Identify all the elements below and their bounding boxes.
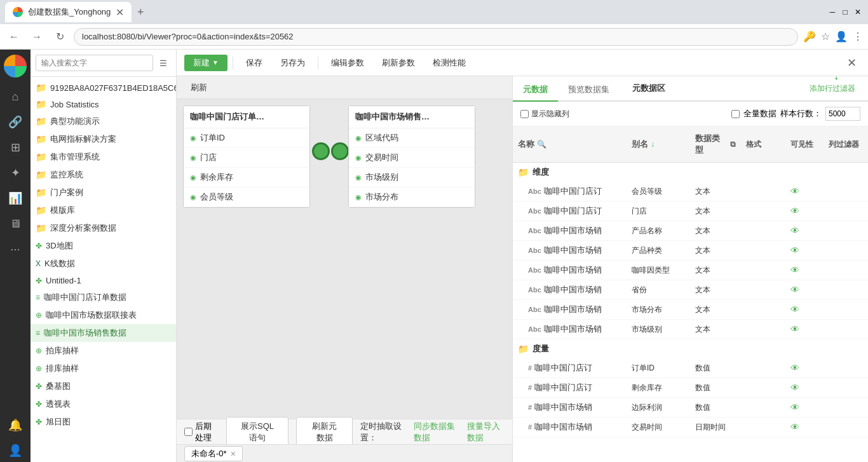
tree-item-monitor[interactable]: 📁 监控系统	[31, 166, 176, 184]
back-btn[interactable]: ←	[5, 28, 23, 46]
cell-alias[interactable]: 省份	[627, 280, 690, 299]
show-hidden-col-check[interactable]	[520, 110, 529, 118]
tree-item-template[interactable]: 📁 模版库	[31, 201, 176, 219]
tree-item-job-stats[interactable]: 📁 Job Statistics	[31, 96, 176, 112]
th-sort-icon[interactable]: ↓	[651, 140, 654, 149]
save-as-btn[interactable]: 另存为	[273, 55, 313, 71]
address-input[interactable]	[74, 28, 798, 46]
cell-visible[interactable]: 👁	[785, 280, 824, 299]
post-process-checkbox[interactable]: 后期处理	[184, 421, 219, 444]
tree-item-sampling1[interactable]: ⊕ 拍库抽样	[31, 342, 176, 360]
tab-close-btn[interactable]: ✕	[116, 6, 124, 18]
eye-icon[interactable]: 👁	[790, 304, 799, 315]
cell-visible[interactable]: 👁	[785, 300, 824, 319]
tree-item-sampling2[interactable]: ⊕ 排库抽样	[31, 360, 176, 377]
eye-icon[interactable]: 👁	[790, 206, 799, 216]
cell-alias[interactable]: 交易时间	[627, 418, 690, 437]
eye-icon[interactable]: 👁	[790, 402, 799, 412]
cell-visible[interactable]: 👁	[785, 221, 824, 240]
new-tab-btn[interactable]: +	[132, 3, 149, 21]
tree-item-electricity[interactable]: 📁 电网指标解决方案	[31, 130, 176, 148]
sidebar-bell-icon[interactable]: 🔔	[4, 414, 27, 437]
save-btn[interactable]: 保存	[238, 55, 270, 71]
cell-alias[interactable]: 剩余库存	[627, 378, 690, 397]
sidebar-user-icon[interactable]: 👤	[4, 439, 27, 462]
cell-alias[interactable]: 门店	[627, 201, 690, 221]
th-search-icon[interactable]: 🔍	[537, 140, 546, 149]
refresh-params-btn[interactable]: 刷新参数	[374, 55, 423, 71]
menu-icon[interactable]: ⋮	[853, 31, 863, 43]
cell-alias[interactable]: 咖啡因类型	[627, 261, 690, 280]
tab-chip[interactable]: 未命名-0* ×	[184, 446, 243, 461]
tree-item-benchmark[interactable]: ✤ 桑基图	[31, 377, 176, 395]
tree-item-cafe-sales[interactable]: ≡ 咖啡中国市场销售数据	[31, 324, 176, 342]
account-icon[interactable]: 👤	[835, 31, 848, 43]
sidebar-grid-icon[interactable]: ⊞	[4, 136, 27, 159]
join-circle-right[interactable]	[331, 142, 349, 160]
tree-item-cluster[interactable]: 📁 集市管理系统	[31, 148, 176, 166]
eye-icon[interactable]: 👁	[790, 324, 799, 334]
cell-visible[interactable]: 👁	[785, 261, 824, 280]
sidebar-home-icon[interactable]: ⌂	[4, 85, 27, 108]
tree-item-folder1[interactable]: 📁 9192BA8A027F6371B4ED18A5C6	[31, 79, 176, 96]
tree-item-portal[interactable]: 📁 门户案例	[31, 184, 176, 201]
refresh-meta-btn[interactable]: 刷新元数据	[296, 417, 353, 447]
tree-item-deep[interactable]: 📁 深度分析案例数据	[31, 219, 176, 237]
toolbar-close-btn[interactable]: ✕	[843, 54, 860, 72]
canvas-body[interactable]: 咖啡中国门店订单… ◉ 订单ID ◉ 门店 ◉ 剩余库存	[177, 99, 512, 419]
post-process-check[interactable]	[184, 428, 193, 436]
restore-btn[interactable]: □	[840, 7, 850, 17]
tree-item-map3d[interactable]: ✤ 3D地图	[31, 237, 176, 255]
cell-alias[interactable]: 市场分布	[627, 300, 690, 319]
eye-icon[interactable]: 👁	[790, 186, 799, 196]
sync-data-link[interactable]: 同步数据集数据	[414, 421, 457, 444]
tree-item-cafe-orders[interactable]: ≡ 咖啡中国门店订单数据	[31, 289, 176, 306]
all-data-check[interactable]	[731, 110, 740, 118]
new-btn[interactable]: 新建 ▼	[184, 55, 227, 71]
eye-icon[interactable]: 👁	[790, 383, 799, 393]
cell-visible[interactable]: 👁	[785, 418, 824, 437]
star-icon[interactable]: ☆	[821, 31, 830, 43]
sidebar-more-icon[interactable]: ···	[4, 238, 27, 261]
edit-params-btn[interactable]: 编辑参数	[323, 55, 372, 71]
cell-visible[interactable]: 👁	[785, 398, 824, 417]
sidebar-link-icon[interactable]: 🔗	[4, 111, 27, 133]
search-input[interactable]	[36, 55, 153, 71]
tab-metadata[interactable]: 元数据	[513, 79, 558, 102]
eye-icon[interactable]: 👁	[790, 265, 799, 275]
table-node-1[interactable]: 咖啡中国门店订单… ◉ 订单ID ◉ 门店 ◉ 剩余库存	[183, 105, 310, 208]
add-filter-btn[interactable]: 添加行过滤器	[810, 84, 855, 93]
sidebar-chart-icon[interactable]: 📊	[4, 187, 27, 210]
cell-alias[interactable]: 市场级别	[627, 320, 690, 339]
cell-alias[interactable]: 产品名称	[627, 221, 690, 240]
cell-visible[interactable]: 👁	[785, 320, 824, 339]
eye-icon[interactable]: 👁	[790, 226, 799, 236]
tree-item-kline[interactable]: X K线数据	[31, 255, 176, 273]
tree-item-cafe-join[interactable]: ⊕ 咖啡中国市场数据联接表	[31, 306, 176, 324]
sidebar-star-icon[interactable]: ✦	[4, 161, 27, 184]
eye-icon[interactable]: 👁	[790, 285, 799, 295]
tree-item-sunrise[interactable]: ✤ 旭日图	[31, 413, 176, 431]
manual-import-link[interactable]: 搜量导入数据	[467, 421, 505, 444]
cell-alias[interactable]: 会员等级	[627, 182, 690, 201]
tab-preview[interactable]: 预览数据集	[558, 79, 620, 102]
tree-item-transpose[interactable]: ✤ 透视表	[31, 395, 176, 413]
cell-visible[interactable]: 👁	[785, 201, 824, 221]
browser-tab[interactable]: 创建数据集_Yonghong ✕	[5, 2, 132, 22]
eye-icon[interactable]: 👁	[790, 245, 799, 255]
eye-icon[interactable]: 👁	[790, 422, 799, 432]
cell-visible[interactable]: 👁	[785, 241, 824, 260]
tree-item-untitled[interactable]: ✤ Untitled-1	[31, 273, 176, 289]
minimize-btn[interactable]: ─	[827, 7, 837, 17]
cell-visible[interactable]: 👁	[785, 182, 824, 201]
forward-btn[interactable]: →	[28, 28, 46, 46]
cell-visible[interactable]: 👁	[785, 358, 824, 377]
tree-menu-btn[interactable]: ☰	[156, 55, 171, 71]
reload-btn[interactable]: ↻	[51, 28, 69, 46]
cell-alias[interactable]: 产品种类	[627, 241, 690, 260]
join-circle-left[interactable]	[312, 142, 330, 160]
sample-rows-input[interactable]	[825, 107, 860, 121]
show-sql-btn[interactable]: 展示SQL语句	[226, 417, 289, 447]
close-btn[interactable]: ✕	[853, 7, 863, 17]
canvas-refresh-btn[interactable]: 刷新	[184, 79, 214, 96]
